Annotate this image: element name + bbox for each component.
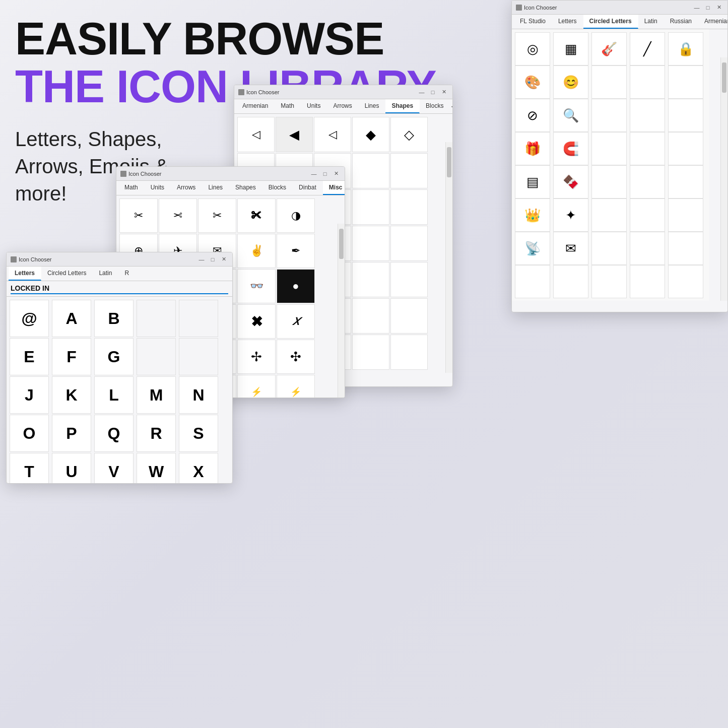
icon-cell-s[interactable]: S — [179, 415, 218, 452]
icon-cell[interactable] — [668, 232, 703, 265]
close-btn-3[interactable]: ✕ — [219, 255, 228, 263]
icon-cell[interactable] — [668, 198, 703, 232]
scrollbar-thumb-2[interactable] — [447, 147, 451, 177]
tab-armenian-1[interactable]: Armenian — [698, 15, 727, 29]
icon-cell[interactable] — [352, 262, 389, 297]
scrollbar-thumb-misc[interactable] — [339, 229, 344, 259]
icon-cell[interactable]: ◀ — [276, 117, 313, 152]
tab-lines-misc[interactable]: Lines — [202, 181, 229, 195]
tab-lines-2[interactable]: Lines — [359, 99, 386, 113]
maximize-btn-1[interactable]: □ — [703, 4, 712, 12]
icon-cell[interactable]: ◁ — [314, 117, 351, 152]
tab-russian-1[interactable]: Russian — [664, 15, 698, 29]
tab-misc[interactable]: Misc — [323, 181, 345, 195]
close-btn-2[interactable]: ✕ — [439, 88, 448, 96]
maximize-btn-3[interactable]: □ — [208, 255, 217, 263]
icon-cell[interactable] — [515, 265, 550, 298]
icon-cell[interactable] — [390, 153, 428, 188]
icon-cell[interactable] — [591, 99, 627, 132]
scrollbar-thumb-1[interactable] — [722, 62, 726, 93]
icon-cell[interactable] — [390, 262, 428, 297]
icon-cell[interactable] — [668, 99, 703, 132]
icon-cell-u[interactable]: U — [52, 453, 91, 484]
tab-shapes-2[interactable]: Shapes — [385, 99, 420, 113]
icon-cell[interactable] — [137, 300, 176, 337]
icon-cell[interactable] — [352, 153, 389, 188]
icon-cell[interactable] — [352, 335, 389, 370]
icon-cell[interactable]: ✂ — [119, 198, 158, 233]
icon-cell-k[interactable]: K — [52, 376, 91, 414]
icon-cell[interactable] — [390, 226, 428, 261]
icon-cell[interactable]: ╱ — [630, 32, 665, 65]
icon-cell[interactable]: ✉ — [553, 232, 588, 265]
icon-cell[interactable] — [668, 132, 703, 165]
icon-cell[interactable] — [630, 198, 665, 232]
tab-blocks-misc[interactable]: Blocks — [262, 181, 293, 195]
icon-cell[interactable] — [179, 338, 218, 375]
icon-cell[interactable] — [179, 300, 218, 337]
icon-cell[interactable] — [390, 335, 428, 370]
tab-arrows-misc[interactable]: Arrows — [171, 181, 202, 195]
icon-cell[interactable] — [630, 99, 665, 132]
icon-cell[interactable]: 🎨 — [515, 65, 550, 99]
icon-cell[interactable]: ✀ — [237, 198, 276, 233]
tab-units-2[interactable]: Units — [301, 99, 327, 113]
icon-cell[interactable] — [591, 198, 627, 232]
icon-cell-at[interactable]: @ — [10, 300, 49, 337]
icon-cell[interactable] — [591, 132, 627, 165]
icon-cell[interactable]: ✦ — [553, 198, 588, 232]
scrollbar-1[interactable] — [720, 57, 727, 301]
tab-math-misc[interactable]: Math — [118, 181, 145, 195]
icon-cell[interactable]: ▦ — [553, 32, 588, 65]
icon-cell[interactable]: ◆ — [352, 117, 389, 152]
icon-cell[interactable]: ✒ — [277, 234, 315, 268]
icon-cell[interactable] — [591, 232, 627, 265]
icon-cell[interactable]: 📡 — [515, 232, 550, 265]
icon-cell-o[interactable]: O — [10, 415, 49, 452]
icon-cell[interactable] — [352, 226, 389, 261]
icon-cell[interactable] — [352, 298, 389, 334]
tab-letters-1[interactable]: Letters — [552, 15, 583, 29]
icon-cell-v[interactable]: V — [94, 453, 134, 484]
tab-latin-1[interactable]: Latin — [638, 15, 664, 29]
icon-cell-e[interactable]: E — [10, 338, 49, 375]
tab-nav-2[interactable]: ◄► — [450, 99, 452, 113]
icon-cell-p[interactable]: P — [52, 415, 91, 452]
tab-units-misc[interactable]: Units — [145, 181, 171, 195]
icon-cell-n[interactable]: N — [179, 376, 218, 414]
tab-dinbat-misc[interactable]: Dinbat — [293, 181, 323, 195]
minimize-btn-2[interactable]: — — [417, 88, 426, 96]
tab-math-2[interactable]: Math — [275, 99, 301, 113]
icon-cell[interactable] — [591, 165, 627, 198]
icon-cell[interactable] — [630, 232, 665, 265]
tab-arrows-2[interactable]: Arrows — [327, 99, 358, 113]
close-btn-misc[interactable]: ✕ — [332, 170, 341, 178]
icon-cell[interactable]: ✣ — [277, 340, 315, 374]
icon-cell-a[interactable]: A — [52, 300, 91, 337]
icon-cell[interactable]: 👑 — [515, 198, 550, 232]
icon-cell[interactable] — [591, 265, 627, 298]
tab-latin-3[interactable]: Latin — [93, 267, 118, 281]
icon-cell[interactable] — [630, 165, 665, 198]
icon-cell[interactable] — [668, 265, 703, 298]
icon-cell-l[interactable]: L — [94, 376, 134, 414]
minimize-btn-misc[interactable]: — — [309, 170, 318, 178]
icon-cell[interactable] — [137, 338, 176, 375]
icon-cell[interactable] — [630, 265, 665, 298]
icon-cell[interactable]: ◁ — [237, 117, 275, 152]
icon-cell[interactable]: 🎸 — [591, 32, 627, 65]
icon-cell[interactable]: 👓 — [237, 269, 276, 303]
maximize-btn-misc[interactable]: □ — [320, 170, 329, 178]
icon-cell-x[interactable]: X — [179, 453, 218, 484]
icon-cell[interactable]: 🔍 — [553, 99, 588, 132]
icon-cell[interactable]: ◑ — [277, 198, 315, 233]
minimize-btn-1[interactable]: — — [692, 4, 701, 12]
icon-cell-t[interactable]: T — [10, 453, 49, 484]
icon-cell-b[interactable]: B — [94, 300, 134, 337]
icon-cell[interactable]: ◇ — [390, 117, 428, 152]
tab-armenian-2[interactable]: Armenian — [236, 99, 275, 113]
icon-cell[interactable] — [390, 298, 428, 334]
tab-letters-3[interactable]: Letters — [9, 267, 41, 281]
icon-cell-r[interactable]: R — [137, 415, 176, 452]
icon-cell[interactable]: ✂ — [159, 198, 197, 233]
